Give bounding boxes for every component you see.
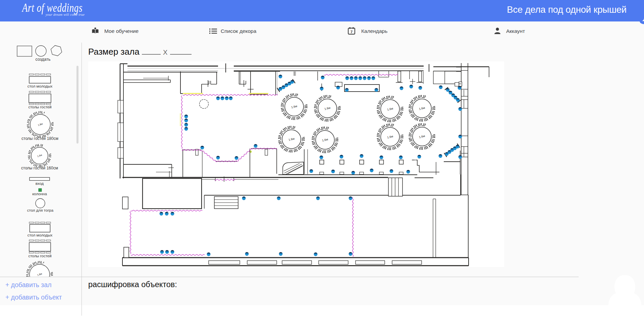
- svg-text:стол молодых: стол молодых: [28, 84, 53, 88]
- svg-text:вход: вход: [36, 181, 44, 185]
- svg-text:стол для тогра: стол для тогра: [27, 208, 54, 212]
- svg-text:колонна: колонна: [32, 192, 47, 196]
- svg-text:столы гостей 160см: столы гостей 160см: [21, 166, 58, 170]
- svg-text:стол молодых: стол молодых: [28, 233, 53, 237]
- svg-text:столы гостей: столы гостей: [28, 254, 51, 258]
- svg-text:создать: создать: [36, 57, 51, 62]
- svg-text:столы гостей: столы гостей: [28, 105, 51, 109]
- svg-text:7: 7: [351, 30, 353, 34]
- svg-text:столы гостей 180см: столы гостей 180см: [21, 136, 58, 141]
